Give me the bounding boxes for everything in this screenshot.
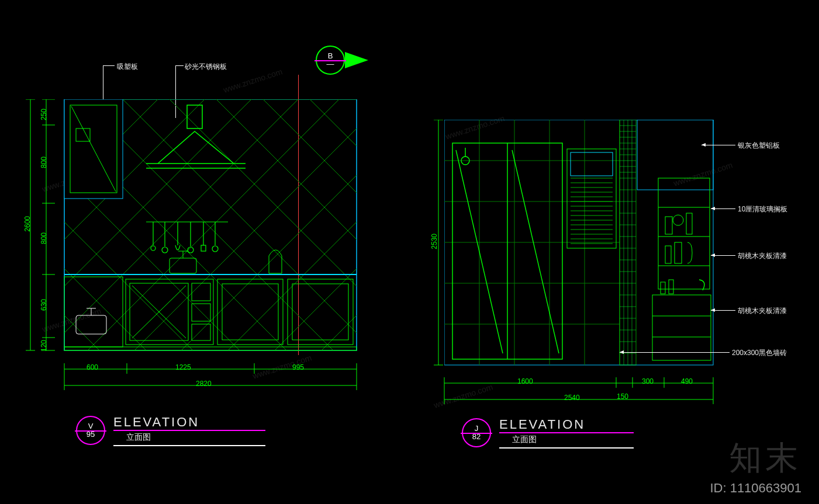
section-marker: B — xyxy=(316,46,368,75)
dim-value: 600 xyxy=(87,363,98,371)
drawing-id: ID: 1110663901 xyxy=(710,481,801,496)
dim-value: 1600 xyxy=(517,377,533,385)
svg-rect-39 xyxy=(64,347,357,350)
dim-value: 800 xyxy=(40,232,48,244)
title-cn: 立面图 xyxy=(499,433,634,445)
svg-rect-132 xyxy=(661,282,665,294)
svg-rect-32 xyxy=(217,279,283,345)
cad-canvas: www.znzmo.com www.znzmo.com www.znzmo.co… xyxy=(0,0,819,504)
dim-value: 1225 xyxy=(175,363,191,371)
section-letter: B xyxy=(328,51,333,60)
view-marker: J 82 xyxy=(462,418,491,447)
svg-rect-21 xyxy=(170,258,196,273)
dim-value: 2820 xyxy=(196,380,212,388)
callout-label: 砂光不锈钢板 xyxy=(185,62,227,72)
svg-point-125 xyxy=(673,215,683,225)
dim-value: 120 xyxy=(40,340,48,352)
leader-line xyxy=(103,65,115,66)
dim-value: 300 xyxy=(642,377,654,385)
svg-rect-133 xyxy=(669,280,673,294)
leader-line xyxy=(711,255,735,256)
left-title-block: V 95 ELEVATION 立面图 xyxy=(76,415,265,446)
dim-value: 150 xyxy=(617,392,628,401)
view-tag-top: V xyxy=(88,422,94,430)
dim-value: 800 xyxy=(40,157,48,168)
dim-value: 2600 xyxy=(23,216,32,232)
svg-rect-129 xyxy=(652,295,711,360)
leader-line xyxy=(175,65,184,66)
svg-rect-120 xyxy=(658,178,710,289)
callout-label: 吸塑板 xyxy=(117,62,138,72)
right-title-block: J 82 ELEVATION 立面图 xyxy=(462,417,634,449)
dim-value: 2540 xyxy=(564,394,580,402)
svg-rect-34 xyxy=(288,279,353,345)
svg-point-19 xyxy=(212,246,218,252)
svg-rect-124 xyxy=(665,217,672,234)
svg-rect-33 xyxy=(222,284,278,340)
title-cn: 立面图 xyxy=(113,431,265,443)
svg-rect-127 xyxy=(665,246,671,263)
svg-rect-5 xyxy=(187,105,202,128)
svg-line-99 xyxy=(512,150,559,353)
svg-point-10 xyxy=(151,246,155,251)
dim-value: 250 xyxy=(40,109,48,120)
callout-label: 胡桃木夹板清漆 xyxy=(738,306,787,316)
svg-rect-126 xyxy=(686,213,692,234)
svg-rect-103 xyxy=(571,152,613,176)
svg-rect-128 xyxy=(675,242,682,263)
title-en: ELEVATION xyxy=(113,415,265,430)
svg-point-12 xyxy=(162,247,168,253)
svg-rect-35 xyxy=(292,284,348,340)
dim-value: 995 xyxy=(292,363,304,371)
svg-rect-102 xyxy=(567,149,616,248)
svg-rect-25 xyxy=(126,279,213,345)
watermark: www.znzmo.com xyxy=(222,67,284,95)
right-elevation-drawing xyxy=(444,120,719,377)
svg-rect-119 xyxy=(637,120,713,190)
view-tag-top: J xyxy=(475,424,479,433)
leader-line xyxy=(711,208,735,209)
view-marker: V 95 xyxy=(76,416,105,445)
svg-rect-29 xyxy=(192,283,210,301)
leader-line xyxy=(701,145,735,145)
callout-label: 银灰色塑铝板 xyxy=(738,141,780,151)
dim-value: 490 xyxy=(681,377,693,385)
title-en: ELEVATION xyxy=(499,417,634,432)
section-arrow-icon xyxy=(345,52,368,68)
dim-lines-left-h xyxy=(56,357,371,398)
svg-rect-17 xyxy=(201,245,206,251)
callout-label: 胡桃木夹板清漆 xyxy=(738,251,787,261)
svg-rect-24 xyxy=(64,277,123,347)
leader-line xyxy=(711,310,735,311)
dim-value: 630 xyxy=(40,299,48,311)
watermark-brand: 知末 xyxy=(729,436,801,481)
leader-line xyxy=(620,352,730,353)
callout-label: 10厘清玻璃搁板 xyxy=(738,204,787,214)
dim-value: 2530 xyxy=(430,234,438,249)
callout-label: 200x300黑色墙砖 xyxy=(732,348,787,358)
svg-rect-31 xyxy=(192,324,210,340)
left-elevation-drawing xyxy=(58,99,362,374)
